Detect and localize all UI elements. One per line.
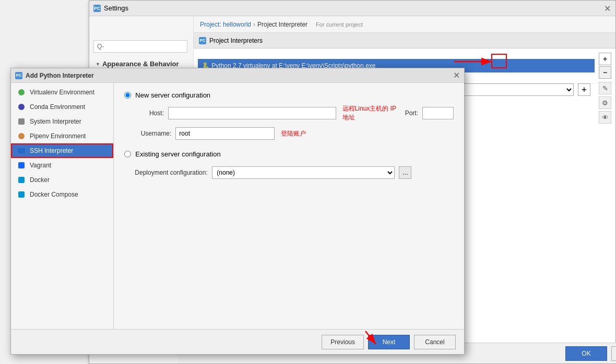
sidebar-item-ssh[interactable]: SSH Interpreter <box>11 143 113 158</box>
settings-titlebar-left: PC Settings <box>93 4 128 12</box>
dialog-titlebar: PC Add Python Interpreter ✕ <box>11 68 464 83</box>
breadcrumb-project[interactable]: Project: helloworld <box>200 21 251 28</box>
docker-compose-icon <box>17 190 26 199</box>
dialog-titlebar-left: PC Add Python Interpreter <box>15 72 94 79</box>
breadcrumb-current: Project Interpreter <box>257 21 307 28</box>
project-interpreters-title: Project Interpreters <box>209 37 263 44</box>
docker-icon <box>17 176 26 184</box>
server-config-radio-group: New server configuration Host: 远程Linux主机… <box>124 91 454 179</box>
username-annotation: 登陆账户 <box>281 129 306 138</box>
new-server-label[interactable]: New server configuration <box>135 91 210 99</box>
vagrant-label: Vagrant <box>30 162 51 169</box>
system-icon <box>17 117 26 126</box>
sidebar-item-pipenv[interactable]: Pipenv Environment <box>11 129 113 143</box>
breadcrumb-sep: › <box>253 21 255 28</box>
existing-server-label[interactable]: Existing server configuration <box>135 150 220 158</box>
sidebar-item-docker-compose[interactable]: Docker Compose <box>11 187 113 202</box>
host-row: Host: 远程Linux主机的 IP地址 Port: 22 <box>124 104 454 122</box>
host-annotation: 远程Linux主机的 IP地址 <box>342 104 398 122</box>
system-label: System Interpreter <box>30 118 81 125</box>
existing-server-radio-row: Existing server configuration <box>124 150 454 158</box>
dialog-cancel-button[interactable]: Cancel <box>414 335 456 349</box>
dialog-main: New server configuration Host: 远程Linux主机… <box>114 83 464 329</box>
remove-interpreter-button[interactable]: − <box>599 66 611 79</box>
username-label: Username: <box>124 130 171 137</box>
host-label: Host: <box>124 110 164 117</box>
breadcrumb: Project: helloworld › Project Interprete… <box>194 16 615 33</box>
dialog-footer: Previous Next Cancel <box>11 329 464 354</box>
new-server-radio-row: New server configuration <box>124 91 454 99</box>
port-input[interactable]: 22 <box>422 107 454 119</box>
dialog-pc-icon: PC <box>15 72 22 79</box>
ssh-label: SSH Interpreter <box>30 147 73 154</box>
next-button[interactable]: Next <box>368 335 410 349</box>
port-label: Port: <box>402 110 418 117</box>
sidebar-item-system[interactable]: System Interpreter <box>11 114 113 129</box>
settings-title: Settings <box>104 4 128 12</box>
host-input[interactable] <box>168 107 336 119</box>
new-server-radio[interactable] <box>124 92 131 99</box>
previous-button[interactable]: Previous <box>322 335 364 349</box>
vagrant-icon <box>17 161 26 169</box>
breadcrumb-tag: For current project <box>316 21 363 28</box>
project-interpreters-header: PC Project Interpreters <box>194 33 615 48</box>
dialog-title: Add Python Interpreter <box>26 72 94 79</box>
pipenv-label: Pipenv Environment <box>30 132 86 140</box>
settings-ok-button[interactable]: OK <box>565 346 607 361</box>
settings-pc-icon: PC <box>93 5 101 12</box>
virtualenv-icon <box>17 88 26 96</box>
sidebar-item-virtualenv[interactable]: Virtualenv Environment <box>11 85 113 100</box>
sidebar-item-docker[interactable]: Docker <box>11 173 113 187</box>
view-icon-button[interactable]: 👁 <box>599 111 611 124</box>
deployment-ellipsis-button[interactable]: … <box>399 166 411 179</box>
pipenv-icon <box>17 132 26 140</box>
settings-titlebar: PC Settings ✕ <box>89 1 615 16</box>
sidebar-item-conda[interactable]: Conda Environment <box>11 100 113 114</box>
username-input[interactable] <box>175 127 275 140</box>
new-server-form-section: Host: 远程Linux主机的 IP地址 Port: 22 Username:… <box>124 104 454 145</box>
interp-pc-icon: PC <box>199 37 206 44</box>
username-row: Username: 登陆账户 <box>124 127 454 140</box>
settings-search-bar <box>89 37 193 56</box>
conda-label: Conda Environment <box>30 103 85 111</box>
ssh-icon <box>17 147 26 155</box>
settings-right-buttons: ✎ ⚙ 👁 <box>599 82 611 124</box>
settings-cancel-button[interactable]: Cancel <box>611 346 616 361</box>
dialog-body: Virtualenv Environment Conda Environment… <box>11 83 464 329</box>
settings-close-icon[interactable]: ✕ <box>604 5 611 12</box>
interpreter-actions: + − <box>599 53 611 79</box>
deployment-row: Deployment configuration: (none) … <box>124 166 454 179</box>
deployment-label: Deployment configuration: <box>124 169 208 176</box>
existing-server-radio[interactable] <box>124 151 131 157</box>
conda-icon <box>17 103 26 111</box>
settings-search-input[interactable] <box>93 40 187 53</box>
sidebar-item-vagrant[interactable]: Vagrant <box>11 158 113 173</box>
version-add-button[interactable]: + <box>578 83 590 96</box>
dialog-sidebar: Virtualenv Environment Conda Environment… <box>11 83 114 329</box>
deployment-select[interactable]: (none) <box>212 166 395 179</box>
add-interpreter-button[interactable]: + <box>599 53 611 65</box>
docker-compose-label: Docker Compose <box>30 191 78 198</box>
virtualenv-label: Virtualenv Environment <box>30 89 94 96</box>
docker-label: Docker <box>30 176 50 184</box>
add-interpreter-dialog: PC Add Python Interpreter ✕ Virtualenv E… <box>10 68 465 355</box>
edit-icon-button[interactable]: ✎ <box>599 82 611 94</box>
dialog-close-icon[interactable]: ✕ <box>453 70 460 80</box>
filter-icon-button[interactable]: ⚙ <box>599 96 611 109</box>
appearance-behavior-label: Appearance & Behavior <box>102 60 179 68</box>
